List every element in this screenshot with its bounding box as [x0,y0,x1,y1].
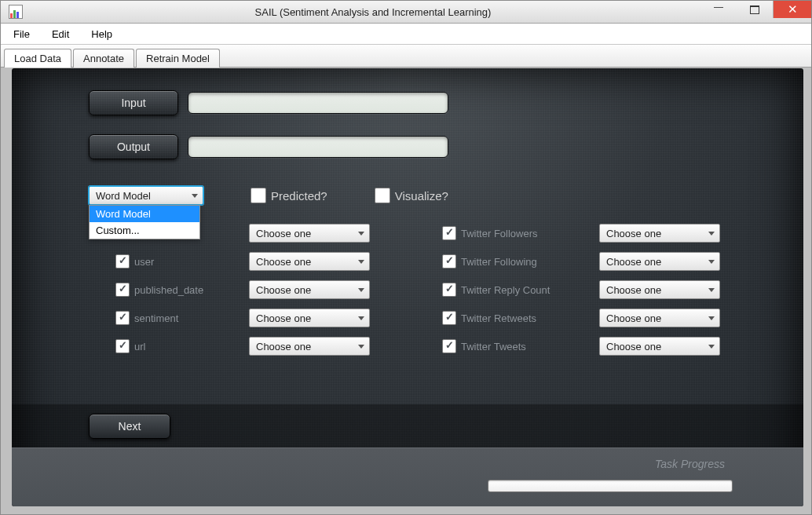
select-url[interactable]: Choose one [249,337,370,356]
checkbox-url[interactable] [115,339,130,353]
chevron-down-icon [192,194,198,198]
close-button[interactable] [774,1,811,18]
select-twitter-tweets[interactable]: Choose one [599,337,720,356]
chevron-down-icon [358,288,364,292]
checkbox-sentiment[interactable] [115,311,130,325]
chevron-down-icon [708,260,715,264]
tab-retrain-model[interactable]: Retrain Model [136,49,220,68]
maximize-button[interactable] [737,1,774,18]
menubar: File Edit Help [1,24,811,45]
menu-help[interactable]: Help [85,27,119,42]
window-title: SAIL (Sentiment Analysis and Incremental… [29,6,811,18]
select-sentiment[interactable]: Choose one [249,309,370,327]
model-combo-value: Word Model [96,190,151,202]
tab-load-data[interactable]: Load Data [4,49,71,68]
footer: Task Progress [12,447,803,506]
label-sentiment: sentiment [134,312,178,324]
chevron-down-icon [358,260,364,264]
window-controls [700,1,811,18]
chevron-down-icon [708,288,715,292]
minimize-button[interactable] [700,1,737,18]
chevron-down-icon [708,345,715,349]
input-field[interactable] [188,92,448,114]
titlebar: SAIL (Sentiment Analysis and Incremental… [1,1,811,24]
output-button[interactable]: Output [89,134,178,159]
checkbox-twitter-retweets[interactable] [442,311,456,325]
label-user: user [134,256,154,268]
model-option-word-model[interactable]: Word Model [90,206,199,222]
model-option-custom[interactable]: Custom... [90,222,199,239]
checkbox-twitter-tweets[interactable] [442,339,456,353]
select-twitter-retweets[interactable]: Choose one [599,309,720,327]
tab-annotate[interactable]: Annotate [73,49,134,68]
select-twitter-followers[interactable]: Choose one [599,224,720,243]
input-button[interactable]: Input [89,90,178,115]
label-twitter-retweets: Twitter Retweets [461,312,536,324]
input-row: Input [89,90,803,115]
next-bar: Next [12,404,803,448]
checkbox-twitter-following[interactable] [442,254,456,268]
model-combo-popup: Word Model Custom... [89,205,200,239]
chevron-down-icon [358,232,364,236]
label-twitter-reply-count: Twitter Reply Count [461,284,550,296]
task-progress-bar [488,480,733,492]
select-twitter-reply-count[interactable]: Choose one [599,280,720,299]
select-twitter-following[interactable]: Choose one [599,252,720,271]
menu-edit[interactable]: Edit [46,27,75,42]
chevron-down-icon [358,316,364,320]
output-row: Output [89,134,803,159]
application-window: SAIL (Sentiment Analysis and Incremental… [0,0,812,515]
field-columns: contents user published_date sentiment u… [12,219,803,360]
menu-file[interactable]: File [7,27,36,42]
chevron-down-icon [358,345,364,349]
output-field[interactable] [188,136,448,158]
checkbox-twitter-reply-count[interactable] [442,283,456,297]
checkbox-published-date[interactable] [115,283,130,297]
app-icon [9,5,23,19]
select-published-date[interactable]: Choose one [249,280,370,299]
visualize-checkbox[interactable] [375,188,390,203]
chevron-down-icon [708,316,715,320]
select-user[interactable]: Choose one [249,252,370,271]
content-panel: Input Output Word Model Word Model Custo… [12,68,803,506]
next-button[interactable]: Next [89,414,170,439]
predicted-checkbox[interactable] [251,188,266,203]
label-twitter-tweets: Twitter Tweets [461,341,526,352]
label-twitter-followers: Twitter Followers [461,228,538,239]
checkbox-user[interactable] [115,254,130,268]
select-contents[interactable]: Choose one [249,224,370,243]
checkbox-twitter-followers[interactable] [442,226,456,240]
chevron-down-icon [708,232,715,236]
task-progress-label: Task Progress [655,458,725,470]
label-url: url [134,341,145,352]
model-combo[interactable]: Word Model [89,186,203,205]
predicted-label: Predicted? [271,189,327,203]
tabstrip: Load Data Annotate Retrain Model [1,45,811,68]
visualize-label: Visualize? [395,189,448,203]
label-twitter-following: Twitter Following [461,256,537,268]
label-published-date: published_date [134,284,203,296]
